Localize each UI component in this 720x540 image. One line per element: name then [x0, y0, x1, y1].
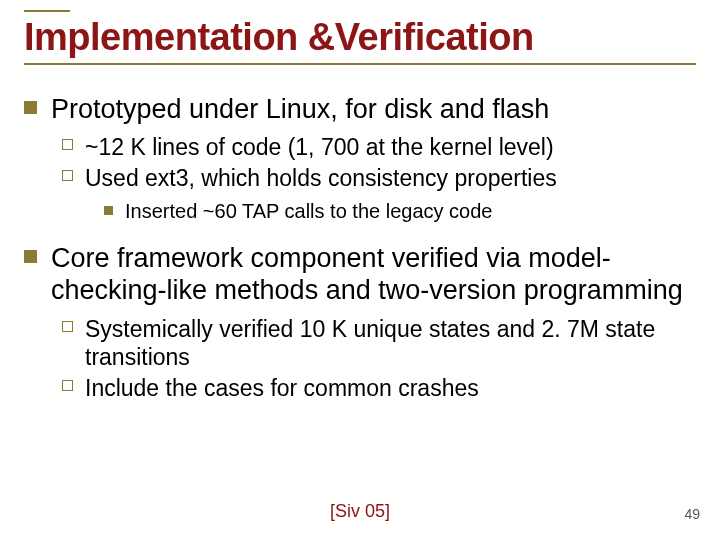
- list-item: Prototyped under Linux, for disk and fla…: [24, 93, 696, 224]
- list-item: Used ext3, which holds consistency prope…: [62, 164, 696, 224]
- bullet-text: Systemically verified 10 K unique states…: [85, 315, 696, 373]
- list-item: Systemically verified 10 K unique states…: [62, 315, 696, 373]
- slide-title: Implementation &Verification: [24, 16, 696, 59]
- citation: [Siv 05]: [0, 501, 720, 522]
- bullet-text: Include the cases for common crashes: [85, 374, 479, 403]
- page-number: 49: [684, 506, 700, 522]
- bullet-square-small-icon: [104, 206, 113, 215]
- bullet-text: Used ext3, which holds consistency prope…: [85, 164, 557, 193]
- bullet-list: Prototyped under Linux, for disk and fla…: [24, 93, 696, 403]
- list-item: Include the cases for common crashes: [62, 374, 696, 403]
- list-item: Core framework component verified via mo…: [24, 242, 696, 403]
- bullet-text: Core framework component verified via mo…: [51, 242, 696, 307]
- list-item: ~12 K lines of code (1, 700 at the kerne…: [62, 133, 696, 162]
- bullet-square-icon: [24, 101, 37, 114]
- title-rule: Implementation &Verification: [24, 16, 696, 65]
- bullet-open-square-icon: [62, 170, 73, 181]
- bullet-text: Prototyped under Linux, for disk and fla…: [51, 93, 549, 125]
- list-item: Inserted ~60 TAP calls to the legacy cod…: [104, 199, 696, 224]
- bullet-open-square-icon: [62, 139, 73, 150]
- bullet-square-icon: [24, 250, 37, 263]
- bullet-open-square-icon: [62, 321, 73, 332]
- bullet-text: Inserted ~60 TAP calls to the legacy cod…: [125, 199, 492, 224]
- bullet-text: ~12 K lines of code (1, 700 at the kerne…: [85, 133, 554, 162]
- bullet-open-square-icon: [62, 380, 73, 391]
